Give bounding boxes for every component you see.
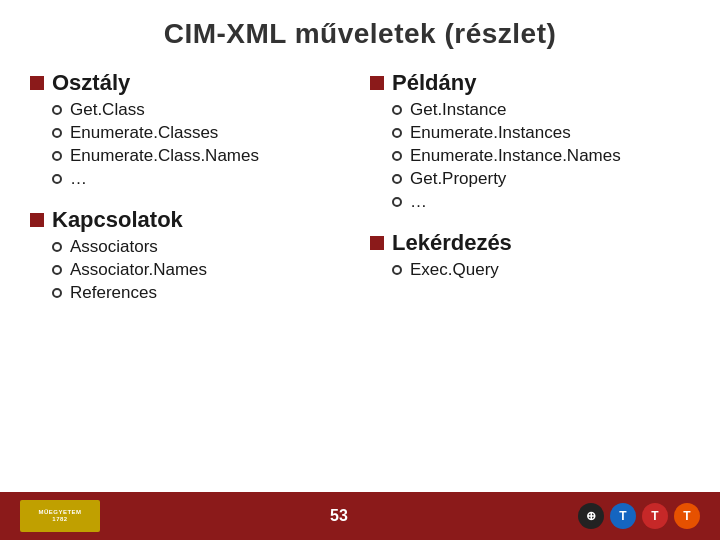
- footer-icon-4: T: [674, 503, 700, 529]
- section-header-kapcsolatok: Kapcsolatok: [30, 207, 350, 233]
- circle-bullet-icon: [52, 288, 62, 298]
- list-item: Associator.Names: [52, 260, 350, 280]
- list-item: Enumerate.Instances: [392, 123, 690, 143]
- slide-title: CIM-XML műveletek (részlet): [164, 18, 557, 49]
- section-osztaly: Osztály Get.Class Enumerate.Classes Enum…: [30, 70, 350, 199]
- circle-bullet-icon: [392, 265, 402, 275]
- section-header-osztaly: Osztály: [30, 70, 350, 96]
- list-item: Associators: [52, 237, 350, 257]
- list-item: Exec.Query: [392, 260, 690, 280]
- footer-icons: ⊕ T T T: [578, 503, 700, 529]
- list-item: Enumerate.Class.Names: [52, 146, 350, 166]
- circle-bullet-icon: [392, 151, 402, 161]
- list-item: Enumerate.Instance.Names: [392, 146, 690, 166]
- footer-icon-3: T: [642, 503, 668, 529]
- circle-bullet-icon: [392, 105, 402, 115]
- page-number: 53: [330, 507, 348, 525]
- section-kapcsolatok: Kapcsolatok Associators Associator.Names…: [30, 207, 350, 313]
- section-header-peldany: Példány: [370, 70, 690, 96]
- circle-bullet-icon: [392, 128, 402, 138]
- bullet-icon-peldany: [370, 76, 384, 90]
- footer-logo: MŰEGYETEM1782: [20, 500, 100, 532]
- content-area: Osztály Get.Class Enumerate.Classes Enum…: [0, 60, 720, 492]
- list-item: Get.Instance: [392, 100, 690, 120]
- section-header-lekerdezés: Lekérdezés: [370, 230, 690, 256]
- bullet-icon-osztaly: [30, 76, 44, 90]
- circle-bullet-icon: [52, 242, 62, 252]
- circle-bullet-icon: [52, 265, 62, 275]
- kapcsolatok-list: Associators Associator.Names References: [30, 237, 350, 303]
- list-item: …: [52, 169, 350, 189]
- footer: MŰEGYETEM1782 53 ⊕ T T T: [0, 492, 720, 540]
- left-column: Osztály Get.Class Enumerate.Classes Enum…: [30, 70, 350, 482]
- footer-icon-2: T: [610, 503, 636, 529]
- bullet-icon-lekerdezés: [370, 236, 384, 250]
- circle-bullet-icon: [52, 174, 62, 184]
- section-lekerdezés: Lekérdezés Exec.Query: [370, 230, 690, 290]
- list-item: …: [392, 192, 690, 212]
- right-column: Példány Get.Instance Enumerate.Instances…: [370, 70, 690, 482]
- footer-icon-1: ⊕: [578, 503, 604, 529]
- section-title-lekerdezés: Lekérdezés: [392, 230, 512, 256]
- circle-bullet-icon: [392, 174, 402, 184]
- section-title-osztaly: Osztály: [52, 70, 130, 96]
- section-title-kapcsolatok: Kapcsolatok: [52, 207, 183, 233]
- peldany-list: Get.Instance Enumerate.Instances Enumera…: [370, 100, 690, 212]
- section-title-peldany: Példány: [392, 70, 476, 96]
- circle-bullet-icon: [52, 105, 62, 115]
- circle-bullet-icon: [392, 197, 402, 207]
- logo-text: MŰEGYETEM1782: [38, 509, 81, 523]
- osztaly-list: Get.Class Enumerate.Classes Enumerate.Cl…: [30, 100, 350, 189]
- list-item: Get.Class: [52, 100, 350, 120]
- lekerdezés-list: Exec.Query: [370, 260, 690, 280]
- slide: CIM-XML műveletek (részlet) Osztály Get.…: [0, 0, 720, 540]
- logo-image: MŰEGYETEM1782: [20, 500, 100, 532]
- circle-bullet-icon: [52, 128, 62, 138]
- circle-bullet-icon: [52, 151, 62, 161]
- list-item: Get.Property: [392, 169, 690, 189]
- list-item: References: [52, 283, 350, 303]
- list-item: Enumerate.Classes: [52, 123, 350, 143]
- bullet-icon-kapcsolatok: [30, 213, 44, 227]
- title-bar: CIM-XML műveletek (részlet): [0, 0, 720, 60]
- section-peldany: Példány Get.Instance Enumerate.Instances…: [370, 70, 690, 222]
